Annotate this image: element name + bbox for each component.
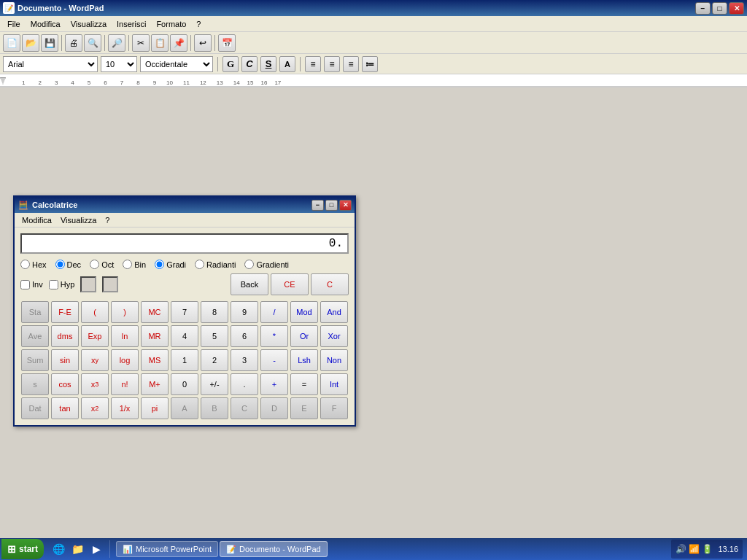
btn-close-paren[interactable]: ): [111, 301, 139, 323]
btn-fe[interactable]: F-E: [51, 301, 79, 323]
align-center-button[interactable]: ≡: [324, 56, 340, 72]
btn-5[interactable]: 5: [201, 325, 228, 347]
btn-int[interactable]: Int: [320, 373, 348, 395]
btn-div[interactable]: /: [260, 301, 288, 323]
btn-7[interactable]: 7: [171, 301, 198, 323]
radio-oct-input[interactable]: [90, 260, 99, 269]
check-hyp-input[interactable]: [49, 280, 58, 289]
btn-0[interactable]: 0: [171, 373, 198, 395]
btn-e[interactable]: E: [290, 397, 318, 419]
menu-help[interactable]: ?: [192, 18, 205, 30]
font-select[interactable]: Arial: [3, 56, 98, 72]
btn-xor[interactable]: Xor: [320, 325, 348, 347]
bullet-button[interactable]: ≔: [362, 56, 378, 72]
italic-button[interactable]: C: [241, 56, 258, 72]
menu-visualizza[interactable]: Visualizza: [66, 18, 111, 30]
btn-6[interactable]: 6: [231, 325, 258, 347]
quick-launch-media[interactable]: ▶: [88, 540, 105, 558]
copy-button[interactable]: 📋: [151, 34, 169, 52]
btn-1[interactable]: 1: [171, 349, 198, 371]
btn-s[interactable]: s: [21, 373, 49, 395]
btn-sum[interactable]: Sum: [21, 349, 49, 371]
taskbar-item-powerpoint[interactable]: 📊 Microsoft PowerPoint: [116, 541, 218, 557]
quick-launch-ie[interactable]: 🌐: [50, 540, 67, 558]
preview-button[interactable]: 🔍: [84, 34, 101, 52]
save-button[interactable]: 💾: [41, 34, 58, 52]
btn-log[interactable]: log: [111, 349, 139, 371]
bold-button[interactable]: G: [222, 56, 239, 72]
btn-dot[interactable]: .: [231, 373, 258, 395]
btn-b[interactable]: B: [201, 397, 228, 419]
btn-ms[interactable]: MS: [141, 349, 169, 371]
btn-8[interactable]: 8: [201, 301, 228, 323]
btn-xy[interactable]: xy: [81, 349, 109, 371]
undo-button[interactable]: ↩: [194, 34, 212, 52]
btn-f[interactable]: F: [320, 397, 348, 419]
btn-and[interactable]: And: [320, 301, 348, 323]
btn-1x[interactable]: 1/x: [111, 397, 139, 419]
menu-inserisci[interactable]: Inserisci: [112, 18, 150, 30]
ce-button[interactable]: CE: [271, 273, 309, 295]
btn-c[interactable]: C: [231, 397, 258, 419]
radio-bin-input[interactable]: [123, 260, 132, 269]
btn-4[interactable]: 4: [171, 325, 198, 347]
btn-tan[interactable]: tan: [51, 397, 79, 419]
calc-menu-visualizza[interactable]: Visualizza: [56, 215, 101, 225]
restore-button[interactable]: □: [712, 2, 727, 15]
btn-cos[interactable]: cos: [51, 373, 79, 395]
btn-add[interactable]: +: [260, 373, 288, 395]
btn-open-paren[interactable]: (: [81, 301, 109, 323]
btn-exp[interactable]: Exp: [81, 325, 109, 347]
calc-restore-btn[interactable]: □: [325, 200, 338, 211]
radio-gradienti-input[interactable]: [244, 260, 254, 269]
menu-file[interactable]: File: [3, 18, 25, 30]
calc-close-btn[interactable]: ✕: [339, 200, 352, 211]
back-button[interactable]: Back: [231, 273, 268, 295]
btn-9[interactable]: 9: [231, 301, 258, 323]
encoding-select[interactable]: Occidentale: [140, 56, 213, 72]
check-inv-input[interactable]: [20, 280, 30, 289]
new-button[interactable]: 📄: [3, 34, 20, 52]
c-button[interactable]: C: [311, 273, 349, 295]
btn-x2[interactable]: x2: [81, 397, 109, 419]
btn-2[interactable]: 2: [201, 349, 228, 371]
btn-d[interactable]: D: [260, 397, 288, 419]
start-button[interactable]: ⊞ start: [1, 539, 44, 559]
btn-nl[interactable]: n!: [111, 373, 139, 395]
radio-hex-input[interactable]: [20, 260, 30, 269]
quick-launch-folder[interactable]: 📁: [69, 540, 86, 558]
btn-ln[interactable]: ln: [111, 325, 139, 347]
print-button[interactable]: 🖨: [65, 34, 82, 52]
close-button[interactable]: ✕: [729, 2, 744, 15]
btn-x3[interactable]: x3: [81, 373, 109, 395]
open-button[interactable]: 📂: [22, 34, 39, 52]
radio-gradi-input[interactable]: [155, 260, 164, 269]
strike-button[interactable]: S: [260, 56, 276, 72]
calc-menu-modifica[interactable]: Modifica: [18, 215, 56, 225]
radio-radianti-input[interactable]: [195, 260, 204, 269]
btn-sta[interactable]: Sta: [21, 301, 49, 323]
btn-mr[interactable]: MR: [141, 325, 169, 347]
align-left-button[interactable]: ≡: [305, 56, 321, 72]
btn-3[interactable]: 3: [231, 349, 258, 371]
cut-button[interactable]: ✂: [132, 34, 150, 52]
btn-dms[interactable]: dms: [51, 325, 79, 347]
align-right-button[interactable]: ≡: [343, 56, 359, 72]
menu-formato[interactable]: Formato: [152, 18, 190, 30]
color-button[interactable]: A: [279, 56, 295, 72]
btn-ave[interactable]: Ave: [21, 325, 49, 347]
btn-a[interactable]: A: [171, 397, 198, 419]
btn-sub[interactable]: -: [260, 349, 288, 371]
radio-dec-input[interactable]: [55, 260, 65, 269]
calc-minimize-btn[interactable]: −: [311, 200, 324, 211]
calc-menu-help[interactable]: ?: [101, 215, 114, 225]
btn-lsh[interactable]: Lsh: [290, 349, 318, 371]
btn-mc[interactable]: MC: [141, 301, 169, 323]
btn-mul[interactable]: *: [260, 325, 288, 347]
size-select[interactable]: 10: [101, 56, 137, 72]
menu-modifica[interactable]: Modifica: [26, 18, 65, 30]
paste-button[interactable]: 📌: [170, 34, 187, 52]
btn-mod[interactable]: Mod: [290, 301, 318, 323]
btn-mplus[interactable]: M+: [141, 373, 169, 395]
btn-sin[interactable]: sin: [51, 349, 79, 371]
